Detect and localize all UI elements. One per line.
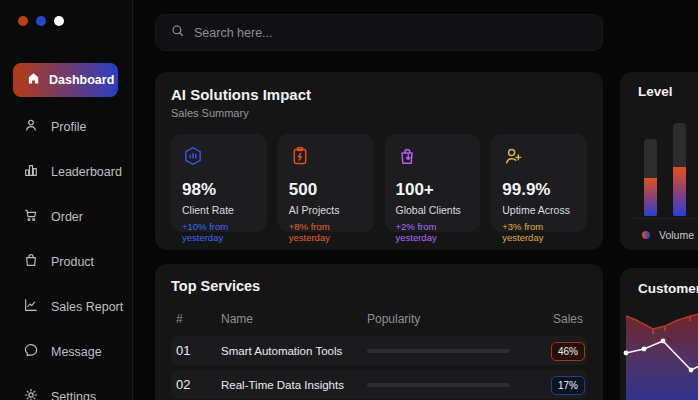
level-bar-volume: [673, 167, 686, 216]
window-dot-blue[interactable]: [36, 16, 46, 26]
row-num: 01: [171, 343, 221, 358]
clipboard-bolt-icon: [289, 153, 311, 170]
stat-delta: +10% from yesterday: [182, 221, 256, 243]
sidebar-item-settings[interactable]: Settings: [0, 374, 133, 400]
column-num: #: [171, 312, 221, 326]
window-controls: [18, 16, 64, 26]
area-fill: [626, 312, 698, 400]
stat-label: Uptime Across: [502, 204, 576, 216]
hexagon-bars-icon: [182, 153, 204, 170]
stat-delta: +3% from yesterday: [502, 221, 576, 243]
stat-value: 99.9%: [502, 180, 576, 200]
sidebar-item-message[interactable]: Message: [0, 329, 133, 374]
row-num: 02: [171, 377, 221, 392]
sidebar-item-label: Order: [51, 210, 83, 224]
sidebar-nav: Profile Leaderboard Order Product Sales …: [0, 104, 133, 400]
sidebar-item-dashboard[interactable]: Dashboard: [13, 63, 118, 97]
stat-delta: +2% from yesterday: [396, 221, 470, 243]
level-panel: Level Volume: [620, 72, 698, 250]
sidebar-item-profile[interactable]: Profile: [0, 104, 133, 149]
stat-value: 100+: [396, 180, 470, 200]
legend-volume: Volume: [642, 229, 694, 241]
customer-fulfillment-panel: Customer Fulfillment: [620, 268, 698, 400]
gear-icon: [23, 387, 39, 400]
sidebar-item-product[interactable]: Product: [0, 239, 133, 284]
panel-title: AI Solutions Impact: [171, 86, 587, 103]
level-bar: [644, 139, 657, 216]
level-bar-volume: [644, 178, 657, 216]
message-icon: [23, 342, 39, 361]
table-row[interactable]: 02 Real-Time Data Insights 17%: [171, 370, 587, 399]
stat-label: Client Rate: [182, 204, 256, 216]
sidebar-item-label: Product: [51, 255, 94, 269]
stat-card-ai-projects: 500 AI Projects +8% from yesterday: [278, 134, 374, 232]
row-name: Real-Time Data Insights: [221, 379, 367, 391]
stat-card-uptime: 99.9% Uptime Across +3% from yesterday: [491, 134, 587, 232]
window-dot-red[interactable]: [18, 16, 28, 26]
sidebar-item-leaderboard[interactable]: Leaderboard: [0, 149, 133, 194]
level-bar: [673, 123, 686, 216]
leaderboard-icon: [23, 162, 39, 181]
panel-title: Top Services: [171, 278, 587, 294]
sidebar-item-sales-report[interactable]: Sales Report: [0, 284, 133, 329]
search-bar[interactable]: [155, 14, 603, 51]
sales-cell: 17%: [527, 375, 587, 395]
sales-badge: 17%: [551, 376, 585, 395]
user-plus-icon: [502, 153, 524, 170]
sidebar-item-label: Dashboard: [49, 73, 114, 87]
sidebar-item-label: Leaderboard: [51, 165, 122, 179]
panel-title: Customer Fulfillment: [638, 281, 698, 296]
stat-value: 98%: [182, 180, 256, 200]
top-services-panel: Top Services # Name Popularity Sales 01 …: [155, 264, 603, 400]
column-name: Name: [221, 312, 367, 326]
chart-baseline: [634, 218, 698, 219]
table-header: # Name Popularity Sales: [171, 307, 587, 331]
sidebar: Dashboard Profile Leaderboard Order Prod…: [0, 0, 133, 400]
stat-card-client-rate: 98% Client Rate +10% from yesterday: [171, 134, 267, 232]
legend-dot-icon: [642, 231, 650, 239]
sidebar-item-label: Sales Report: [51, 300, 123, 314]
bag-download-icon: [396, 153, 418, 170]
level-bar-chart: [620, 72, 698, 250]
table-row[interactable]: 01 Smart Automation Tools 46%: [171, 336, 587, 365]
user-icon: [23, 117, 39, 136]
sidebar-item-label: Profile: [51, 120, 86, 134]
sales-cell: 46%: [527, 341, 587, 361]
window-dot-white[interactable]: [54, 16, 64, 26]
sidebar-item-label: Settings: [51, 390, 96, 400]
cart-icon: [23, 207, 39, 226]
stat-label: AI Projects: [289, 204, 363, 216]
stat-delta: +8% from yesterday: [289, 221, 363, 243]
stat-label: Global Clients: [396, 204, 470, 216]
ai-solutions-impact-panel: AI Solutions Impact Sales Summary 98% Cl…: [155, 72, 603, 250]
legend-label: Volume: [659, 229, 694, 241]
home-icon: [26, 71, 41, 89]
row-name: Smart Automation Tools: [221, 345, 367, 357]
sales-report-icon: [23, 297, 39, 316]
popularity-bar: [367, 383, 510, 387]
panel-subtitle: Sales Summary: [171, 107, 587, 119]
bag-icon: [23, 252, 39, 271]
popularity-bar: [367, 349, 510, 353]
stat-cards: 98% Client Rate +10% from yesterday 500 …: [171, 134, 587, 232]
stat-card-global-clients: 100+ Global Clients +2% from yesterday: [385, 134, 481, 232]
column-sales: Sales: [527, 312, 587, 326]
sidebar-item-order[interactable]: Order: [0, 194, 133, 239]
search-icon: [170, 23, 185, 42]
sales-badge: 46%: [551, 342, 585, 361]
sidebar-item-label: Message: [51, 345, 102, 359]
stat-value: 500: [289, 180, 363, 200]
search-input[interactable]: [194, 26, 588, 40]
column-popularity: Popularity: [367, 312, 527, 326]
